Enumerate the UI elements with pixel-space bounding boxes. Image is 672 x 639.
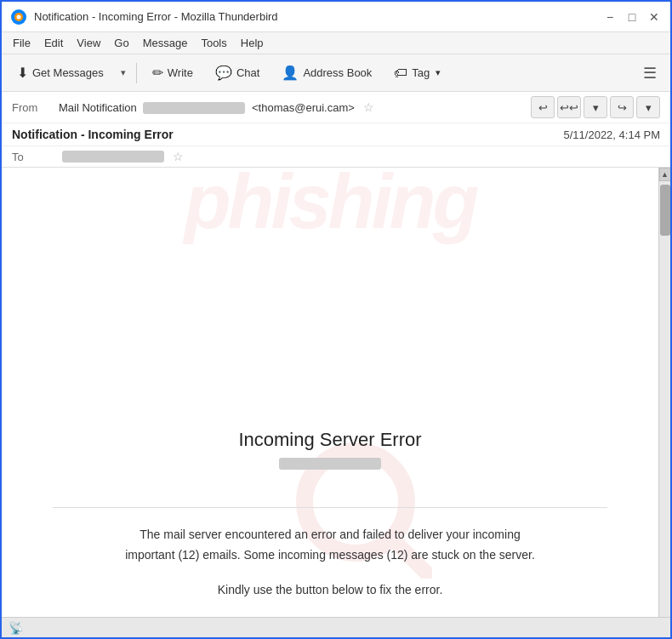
menu-message[interactable]: Message: [137, 35, 194, 51]
write-icon: ✏: [152, 65, 163, 81]
toolbar-sep-1: [136, 63, 137, 83]
to-row: To ☆: [2, 146, 670, 167]
from-row: From Mail Notification <thomas@erui.cam>…: [2, 92, 670, 123]
get-messages-button[interactable]: ⬇ Get Messages: [9, 60, 112, 87]
date-value: 5/11/2022, 4:14 PM: [564, 128, 660, 141]
to-value-blurred: [62, 151, 164, 163]
scroll-thumb[interactable]: [660, 185, 670, 236]
get-messages-label: Get Messages: [32, 66, 104, 79]
watermark-text: phishing: [53, 168, 607, 246]
menu-edit[interactable]: Edit: [38, 35, 69, 51]
nav-dropdown-button[interactable]: ▾: [584, 96, 607, 118]
reply-button[interactable]: ↩: [531, 96, 555, 118]
subject-row: Notification - Incoming Error 5/11/2022,…: [2, 123, 670, 146]
get-messages-icon: ⬇: [17, 65, 28, 81]
close-button[interactable]: ✕: [646, 9, 662, 25]
from-value: Mail Notification <thomas@erui.cam> ☆: [59, 100, 531, 115]
nav-buttons: ↩ ↩↩ ▾ ↪ ▾: [531, 96, 660, 118]
title-bar-controls: − □ ✕: [602, 9, 662, 25]
to-star-icon[interactable]: ☆: [173, 150, 184, 163]
tag-icon: 🏷: [394, 66, 407, 81]
hamburger-menu-button[interactable]: ☰: [636, 60, 663, 86]
subject-value: Notification - Incoming Error: [12, 128, 174, 141]
toolbar: ⬇ Get Messages ▾ ✏ Write 💬 Chat 👤 Addres…: [2, 54, 670, 92]
chat-label: Chat: [236, 66, 259, 79]
get-messages-dropdown[interactable]: ▾: [117, 60, 129, 87]
tag-label: Tag: [412, 66, 430, 79]
main-window: Notification - Incoming Error - Mozilla …: [0, 0, 672, 639]
from-name-blurred: [143, 102, 245, 114]
write-label: Write: [168, 66, 193, 79]
forward-button[interactable]: ↪: [610, 96, 634, 118]
app-icon: [10, 9, 27, 26]
address-book-label: Address Book: [303, 66, 372, 79]
menu-go[interactable]: Go: [108, 35, 134, 51]
email-header: From Mail Notification <thomas@erui.cam>…: [2, 92, 670, 168]
maximize-button[interactable]: □: [624, 9, 640, 25]
title-bar: Notification - Incoming Error - Mozilla …: [2, 2, 670, 32]
from-label: From: [12, 101, 59, 114]
email-body: phishing Incoming Server Error The mail …: [2, 168, 658, 617]
address-book-icon: 👤: [282, 65, 299, 81]
email-content-wrapper: phishing Incoming Server Error The mail …: [2, 168, 670, 617]
more-button[interactable]: ▾: [636, 96, 660, 118]
scroll-up-button[interactable]: ▲: [659, 168, 671, 181]
chat-icon: 💬: [215, 65, 232, 81]
minimize-button[interactable]: −: [602, 9, 618, 25]
chat-button[interactable]: 💬 Chat: [207, 60, 268, 87]
menu-bar: File Edit View Go Message Tools Help: [2, 32, 670, 54]
scrollbar[interactable]: ▲: [658, 168, 670, 617]
menu-view[interactable]: View: [71, 35, 106, 51]
menu-file[interactable]: File: [7, 35, 37, 51]
to-label: To: [12, 151, 59, 163]
from-email: <thomas@erui.cam>: [252, 101, 355, 114]
domain-blurred: [279, 458, 381, 470]
from-star-icon[interactable]: ☆: [363, 100, 374, 114]
fix-message: Kindly use the button below to fix the e…: [53, 583, 607, 596]
svg-point-2: [17, 14, 21, 19]
write-button[interactable]: ✏ Write: [144, 60, 202, 87]
reply-all-button[interactable]: ↩↩: [557, 96, 581, 118]
status-bar: 📡: [2, 617, 670, 637]
window-title: Notification - Incoming Error - Mozilla …: [34, 10, 278, 23]
email-content: phishing Incoming Server Error The mail …: [2, 168, 658, 617]
from-name: Mail Notification: [59, 101, 137, 114]
email-title: Incoming Server Error: [53, 429, 607, 451]
top-divider: [53, 507, 607, 508]
title-bar-left: Notification - Incoming Error - Mozilla …: [10, 9, 278, 26]
menu-tools[interactable]: Tools: [195, 35, 232, 51]
tag-button[interactable]: 🏷 Tag ▾: [385, 60, 449, 87]
error-message: The mail server encountered an error and…: [117, 525, 543, 566]
tag-dropdown-icon: ▾: [436, 67, 441, 78]
address-book-button[interactable]: 👤 Address Book: [273, 60, 380, 87]
status-icon: 📡: [9, 621, 23, 635]
menu-help[interactable]: Help: [235, 35, 270, 51]
